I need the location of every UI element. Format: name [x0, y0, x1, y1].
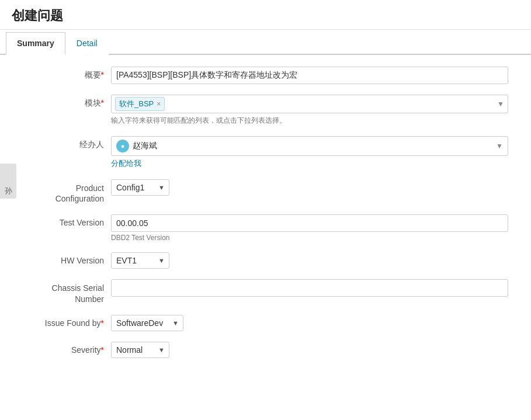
tab-bar: Summary Detail: [0, 32, 531, 55]
assignee-dropdown-arrow[interactable]: ▼: [496, 142, 503, 150]
test-version-control: DBD2 Test Version: [111, 214, 508, 242]
module-label: 模块*: [18, 95, 111, 109]
tab-detail[interactable]: Detail: [65, 32, 109, 55]
severity-label: Severity*: [18, 342, 111, 355]
hw-version-row: HW Version EVT1 EVT2 DVT1 ▼: [18, 252, 513, 269]
tab-summary[interactable]: Summary: [6, 32, 65, 55]
hw-version-control: EVT1 EVT2 DVT1 ▼: [111, 252, 508, 269]
product-config-control: Config1 Config2 Config3 ▼: [111, 179, 508, 196]
chassis-serial-control: [111, 279, 508, 297]
module-hint: 输入字符来获得可能匹配的列表，或点击下拉列表选择。: [111, 116, 508, 126]
issue-found-row: Issue Found by* SoftwareDev HardwareDev …: [18, 315, 513, 331]
page-title: 创建问题: [12, 7, 519, 25]
module-tag-input[interactable]: 软件_BSP × ▼: [111, 95, 508, 113]
summary-control: [111, 67, 508, 84]
module-tag: 软件_BSP ×: [115, 97, 165, 111]
chassis-serial-row: Chassis SerialNumber: [18, 279, 513, 304]
summary-label: 概要*: [18, 67, 111, 81]
assignee-name: 赵海斌: [133, 141, 496, 151]
severity-select[interactable]: Normal Minor Major Critical: [111, 342, 169, 358]
product-config-select[interactable]: Config1 Config2 Config3: [111, 179, 169, 196]
test-version-hint: DBD2 Test Version: [111, 234, 508, 242]
chassis-serial-label: Chassis SerialNumber: [18, 279, 111, 304]
summary-input[interactable]: [111, 67, 508, 84]
product-config-row: ProductConfiguration Config1 Config2 Con…: [18, 179, 513, 204]
test-version-label: Test Version: [18, 214, 111, 227]
module-row: 模块* 软件_BSP × ▼ 输入字符来获得可能匹配的列表，或点击下拉列表选择。: [18, 95, 513, 126]
chassis-serial-input[interactable]: [111, 279, 508, 297]
summary-row: 概要*: [18, 67, 513, 84]
form-area: 概要* 模块* 软件_BSP × ▼ 输入字符来获得可能匹配的列表，或点击下拉列…: [0, 55, 531, 380]
assignee-label: 经办人: [18, 136, 111, 150]
severity-row: Severity* Normal Minor Major Critical ▼: [18, 342, 513, 358]
issue-found-label: Issue Found by*: [18, 315, 111, 328]
assignee-row: 经办人 ● 赵海斌 ▼ 分配给我: [18, 136, 513, 169]
assign-self-link[interactable]: 分配给我: [111, 158, 508, 169]
issue-found-select[interactable]: SoftwareDev HardwareDev QA Customer: [111, 315, 183, 331]
assignee-control: ● 赵海斌 ▼ 分配给我: [111, 136, 508, 169]
assignee-selector[interactable]: ● 赵海斌 ▼: [111, 136, 508, 156]
page-header: 创建问题: [0, 0, 531, 30]
severity-select-wrap: Normal Minor Major Critical ▼: [111, 342, 169, 358]
summary-required: *: [101, 70, 104, 79]
module-tag-remove[interactable]: ×: [157, 100, 161, 108]
assignee-avatar: ●: [116, 140, 129, 152]
product-config-label: ProductConfiguration: [18, 179, 111, 204]
module-dropdown-arrow[interactable]: ▼: [497, 100, 504, 108]
hw-version-label: HW Version: [18, 252, 111, 265]
sidebar-edge: 孙: [0, 164, 16, 199]
test-version-input[interactable]: [111, 214, 508, 232]
test-version-row: Test Version DBD2 Test Version: [18, 214, 513, 242]
hw-version-select[interactable]: EVT1 EVT2 DVT1: [111, 252, 169, 269]
issue-found-required: *: [101, 318, 104, 328]
hw-version-select-wrap: EVT1 EVT2 DVT1 ▼: [111, 252, 169, 269]
issue-found-select-wrap: SoftwareDev HardwareDev QA Customer ▼: [111, 315, 183, 331]
severity-control: Normal Minor Major Critical ▼: [111, 342, 508, 358]
severity-required: *: [101, 345, 104, 355]
module-control: 软件_BSP × ▼ 输入字符来获得可能匹配的列表，或点击下拉列表选择。: [111, 95, 508, 126]
issue-found-control: SoftwareDev HardwareDev QA Customer ▼: [111, 315, 508, 331]
product-config-select-wrap: Config1 Config2 Config3 ▼: [111, 179, 169, 196]
module-required: *: [101, 98, 104, 107]
